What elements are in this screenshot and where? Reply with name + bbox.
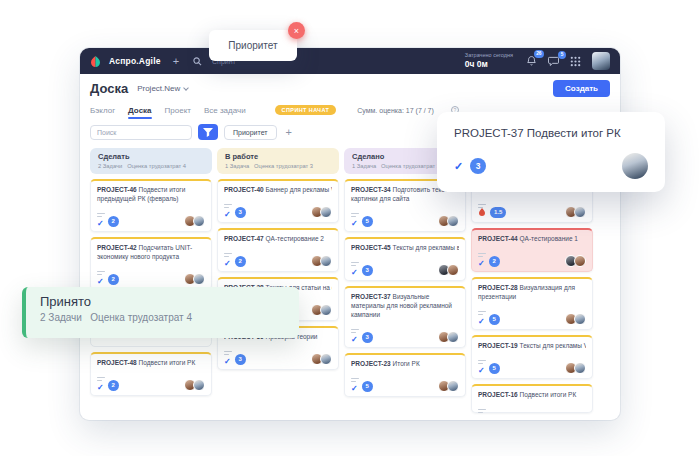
estimate-badge: 1.5 (490, 207, 506, 218)
task-card[interactable]: PROJECT-23 Итоги РК✓5 (344, 353, 466, 397)
assignee-avatars (441, 264, 459, 276)
assignee-avatar (622, 153, 648, 179)
search-icon[interactable] (193, 57, 202, 66)
assignee-avatars (441, 215, 459, 227)
assignee-avatars (187, 215, 205, 227)
done-check-icon: ✓ (224, 350, 231, 368)
priority-fire-icon (478, 203, 486, 221)
accepted-meta: 2 Задачи Оценка трудозатрат 4 (40, 312, 285, 323)
task-footer: ✓5 (351, 380, 459, 392)
filter-button[interactable] (198, 124, 218, 140)
board-header: Доска Project.New Создать (90, 80, 610, 97)
notifications-bell-icon[interactable]: 26 (526, 55, 537, 67)
navbar-right: Затрачено сегодня 0ч 0м 26 5 (465, 52, 610, 70)
task-footer: ✓2 (97, 273, 205, 285)
task-card[interactable]: PROJECT-42 Подсчитать UNIT-экономику нов… (90, 237, 212, 290)
done-check-icon: ✓ (97, 212, 104, 230)
assignee-avatars (441, 380, 459, 392)
task-footer: ✓3 (224, 206, 332, 218)
task-card[interactable]: PROJECT-16 Подвести итоги РК (471, 384, 593, 413)
create-button[interactable]: Создать (553, 80, 610, 97)
task-footer: ✓5 (478, 313, 586, 325)
column-title: В работе (225, 152, 331, 161)
done-check-icon: ✓ (478, 310, 485, 328)
avatar (320, 206, 332, 218)
task-card[interactable]: PROJECT-45 Тексты для рекламы в VK✓3 (344, 237, 466, 281)
chat-icon[interactable]: 5 (548, 56, 559, 67)
estimate-badge: 3 (362, 265, 373, 276)
priority-filter-chip[interactable]: Приоритет (224, 125, 277, 140)
description-icon (351, 254, 459, 261)
tab-1[interactable]: Доска (128, 106, 151, 115)
avatar (574, 362, 586, 374)
time-tracker-label: Затрачено сегодня (465, 52, 513, 59)
task-card[interactable]: PROJECT-37 Визуальные материалы для ново… (344, 286, 466, 348)
apps-grid-icon[interactable] (570, 56, 581, 67)
task-footer: ✓5 (351, 215, 459, 227)
assignee-avatars (568, 206, 586, 218)
tab-3[interactable]: Все задачи (204, 106, 246, 115)
estimate-badge: 3 (470, 158, 486, 174)
tab-0[interactable]: Бэклог (90, 106, 115, 115)
estimate-badge: 5 (362, 381, 373, 392)
estimate-badge: 3 (362, 332, 373, 343)
task-callout-card[interactable]: PROJECT-37 Подвести итог РК ✓ 3 (437, 112, 665, 192)
description-icon (478, 401, 586, 408)
assignee-avatars (314, 353, 332, 365)
description-icon (351, 321, 459, 328)
page-title: Доска (90, 81, 128, 96)
task-title: PROJECT-23 Итоги РК (351, 359, 459, 368)
assignee-avatars (441, 331, 459, 343)
time-tracker-value: 0ч 0м (465, 59, 513, 70)
estimate-badge: 3 (235, 354, 246, 365)
task-footer: ✓3 (351, 331, 459, 343)
task-card[interactable]: PROJECT-28 Визуализация для презентации✓… (471, 277, 593, 330)
task-card[interactable]: PROJECT-48 Подвести итоги РК✓2 (90, 352, 212, 396)
chat-badge: 5 (558, 51, 566, 59)
task-title: PROJECT-47 QA-тестирование 2 (224, 234, 332, 243)
column-meta: 2 Задачи Оценка трудозатрат 4 (98, 163, 204, 169)
task-title: PROJECT-40 Баннер для рекламы VK (224, 185, 332, 194)
task-title: PROJECT-46 Подвести итоги предыдущей РК … (97, 185, 205, 203)
priority-tooltip: Приоритет × (209, 30, 297, 61)
app-window: Аспро.Agile + Спринт Затрачено сегодня 0… (80, 48, 620, 420)
assignee-avatars (187, 273, 205, 285)
task-title: PROJECT-48 Подвести итоги РК (97, 358, 205, 367)
accepted-title: Принято (40, 294, 285, 309)
task-card[interactable]: PROJECT-47 QA-тестирование 2✓2 (217, 228, 339, 272)
add-filter-icon[interactable]: + (286, 126, 292, 138)
search-input[interactable] (90, 125, 192, 140)
done-check-icon: ✓ (97, 376, 104, 394)
estimate-badge: 5 (489, 363, 500, 374)
avatar (574, 313, 586, 325)
project-selector[interactable]: Project.New (137, 84, 188, 93)
task-footer: ✓3 (224, 353, 332, 365)
task-card[interactable]: PROJECT-19 Тексты для рекламы VK✓5 (471, 335, 593, 379)
done-check-icon: ✓ (454, 160, 463, 173)
top-navbar: Аспро.Agile + Спринт Затрачено сегодня 0… (80, 48, 620, 74)
tab-2[interactable]: Проект (165, 106, 191, 115)
column-header[interactable]: В работе1 Задача Оценка трудозатрат 3 (217, 148, 339, 174)
board-column: Сделать2 Задачи Оценка трудозатрат 4PROJ… (90, 148, 212, 396)
summary-estimate: Сумм. оценка: 17 (7 / 7) (357, 107, 434, 114)
accepted-column-callout: Принято 2 Задачи Оценка трудозатрат 4 (22, 287, 299, 338)
task-card[interactable]: PROJECT-46 Подвести итоги предыдущей РК … (90, 179, 212, 232)
funnel-icon (203, 128, 213, 137)
task-footer: ✓3 (351, 264, 459, 276)
task-card[interactable]: PROJECT-40 Баннер для рекламы VK✓3 (217, 179, 339, 223)
estimate-badge: 3 (235, 207, 246, 218)
description-icon (351, 205, 459, 212)
assignee-avatars (314, 304, 332, 316)
done-check-icon: ✓ (224, 252, 231, 270)
user-avatar[interactable] (592, 52, 610, 70)
assignee-avatars (568, 255, 586, 267)
column-header[interactable]: Сделать2 Задачи Оценка трудозатрат 4 (90, 148, 212, 174)
description-icon (478, 245, 586, 252)
task-card[interactable]: PROJECT-44 QA-тестирование 1✓2 (471, 228, 593, 272)
estimate-badge: 2 (108, 380, 119, 391)
done-check-icon: ✓ (224, 203, 231, 221)
close-icon[interactable]: × (288, 22, 305, 39)
add-icon[interactable]: + (173, 56, 179, 67)
task-footer: ✓2 (97, 379, 205, 391)
task-footer: ✓2 (478, 255, 586, 267)
